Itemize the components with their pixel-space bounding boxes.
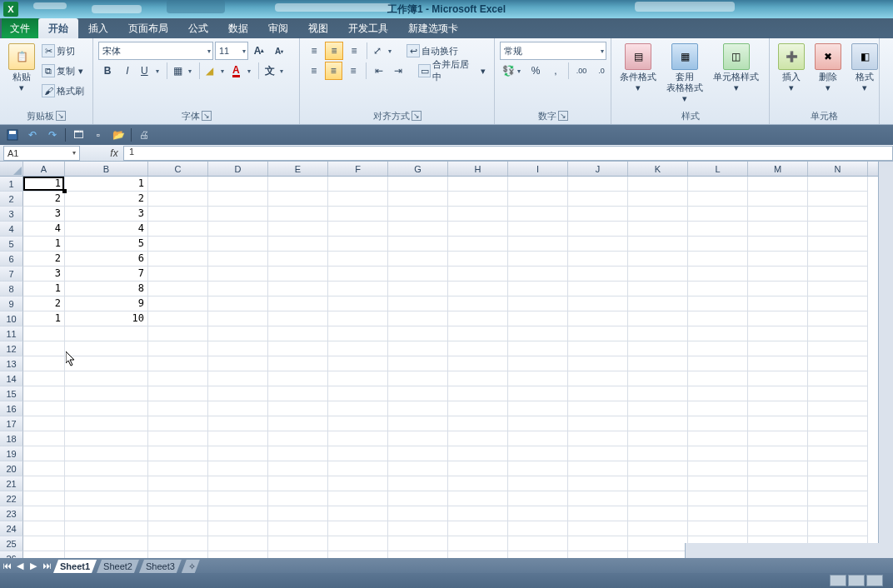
cell-M6[interactable] bbox=[748, 252, 808, 267]
cell-E4[interactable] bbox=[268, 222, 328, 237]
cell-H18[interactable] bbox=[448, 431, 508, 446]
cell-B20[interactable] bbox=[65, 461, 148, 476]
cell-B3[interactable]: 3 bbox=[65, 207, 148, 222]
number-format-combo[interactable]: 常规▾ bbox=[500, 42, 606, 60]
cell-C2[interactable] bbox=[148, 192, 208, 207]
cell-J14[interactable] bbox=[568, 371, 628, 386]
cell-L1[interactable] bbox=[688, 177, 748, 192]
cell-C15[interactable] bbox=[148, 386, 208, 401]
cell-C18[interactable] bbox=[148, 431, 208, 446]
horizontal-scrollbar[interactable] bbox=[685, 543, 893, 558]
merge-center-button[interactable]: ▭合并后居中▾ bbox=[416, 62, 489, 80]
cell-M10[interactable] bbox=[748, 311, 808, 326]
row-header-6[interactable]: 6 bbox=[0, 252, 23, 267]
cell-A18[interactable] bbox=[23, 431, 65, 446]
align-center-button[interactable]: ≡ bbox=[325, 62, 343, 80]
cell-H8[interactable] bbox=[448, 282, 508, 296]
cell-E1[interactable] bbox=[268, 177, 328, 192]
cell-E25[interactable] bbox=[268, 536, 328, 551]
cell-I13[interactable] bbox=[508, 356, 568, 371]
column-header-G[interactable]: G bbox=[388, 162, 448, 176]
cell-J20[interactable] bbox=[568, 461, 628, 476]
cell-C7[interactable] bbox=[148, 267, 208, 282]
cell-I17[interactable] bbox=[508, 416, 568, 431]
cell-C16[interactable] bbox=[148, 401, 208, 416]
align-launcher[interactable]: ↘ bbox=[412, 111, 422, 121]
cell-L21[interactable] bbox=[688, 476, 748, 491]
cell-H17[interactable] bbox=[448, 416, 508, 431]
cell-B19[interactable] bbox=[65, 446, 148, 461]
cell-F17[interactable] bbox=[328, 416, 388, 431]
cell-F9[interactable] bbox=[328, 296, 388, 311]
cell-L12[interactable] bbox=[688, 341, 748, 356]
cell-E22[interactable] bbox=[268, 491, 328, 506]
cell-B12[interactable] bbox=[65, 341, 148, 356]
cell-H7[interactable] bbox=[448, 267, 508, 282]
cell-G19[interactable] bbox=[388, 446, 448, 461]
cell-G4[interactable] bbox=[388, 222, 448, 237]
cell-I12[interactable] bbox=[508, 341, 568, 356]
cell-A7[interactable]: 3 bbox=[23, 267, 65, 282]
cell-C8[interactable] bbox=[148, 282, 208, 296]
cell-C19[interactable] bbox=[148, 446, 208, 461]
cell-G14[interactable] bbox=[388, 371, 448, 386]
cell-F18[interactable] bbox=[328, 431, 388, 446]
cell-C24[interactable] bbox=[148, 521, 208, 536]
cell-A20[interactable] bbox=[23, 461, 65, 476]
cell-N12[interactable] bbox=[808, 341, 868, 356]
cell-A17[interactable] bbox=[23, 416, 65, 431]
cell-K18[interactable] bbox=[628, 431, 688, 446]
cell-G17[interactable] bbox=[388, 416, 448, 431]
cell-J21[interactable] bbox=[568, 476, 628, 491]
cell-B21[interactable] bbox=[65, 476, 148, 491]
cell-B15[interactable] bbox=[65, 386, 148, 401]
cell-G5[interactable] bbox=[388, 237, 448, 252]
cell-L23[interactable] bbox=[688, 506, 748, 521]
cell-D9[interactable] bbox=[208, 296, 268, 311]
cell-D20[interactable] bbox=[208, 461, 268, 476]
cell-N16[interactable] bbox=[808, 401, 868, 416]
cell-M13[interactable] bbox=[748, 356, 808, 371]
cell-C3[interactable] bbox=[148, 207, 208, 222]
column-header-H[interactable]: H bbox=[448, 162, 508, 176]
border-button[interactable]: ▦▾ bbox=[171, 62, 196, 80]
cell-I7[interactable] bbox=[508, 267, 568, 282]
cell-I2[interactable] bbox=[508, 192, 568, 207]
cell-A10[interactable]: 1 bbox=[23, 311, 65, 326]
row-header-3[interactable]: 3 bbox=[0, 207, 23, 222]
cell-L20[interactable] bbox=[688, 461, 748, 476]
cell-I25[interactable] bbox=[508, 536, 568, 551]
cell-D6[interactable] bbox=[208, 252, 268, 267]
cell-J12[interactable] bbox=[568, 341, 628, 356]
cell-H2[interactable] bbox=[448, 192, 508, 207]
cell-I21[interactable] bbox=[508, 476, 568, 491]
cell-B10[interactable]: 10 bbox=[65, 311, 148, 326]
cell-K22[interactable] bbox=[628, 491, 688, 506]
phonetic-button[interactable]: 文▾ bbox=[262, 62, 287, 80]
row-header-23[interactable]: 23 bbox=[0, 506, 23, 521]
cell-G7[interactable] bbox=[388, 267, 448, 282]
cell-I10[interactable] bbox=[508, 311, 568, 326]
align-right-button[interactable]: ≡ bbox=[344, 62, 362, 80]
row-header-2[interactable]: 2 bbox=[0, 192, 23, 207]
cell-K1[interactable] bbox=[628, 177, 688, 192]
bold-button[interactable]: B bbox=[98, 62, 117, 80]
cell-D2[interactable] bbox=[208, 192, 268, 207]
cell-H9[interactable] bbox=[448, 296, 508, 311]
cell-L17[interactable] bbox=[688, 416, 748, 431]
cell-E7[interactable] bbox=[268, 267, 328, 282]
wrap-text-button[interactable]: ↩自动换行 bbox=[404, 42, 461, 60]
cell-N18[interactable] bbox=[808, 431, 868, 446]
fx-icon[interactable]: fx bbox=[105, 147, 123, 159]
column-header-J[interactable]: J bbox=[568, 162, 628, 176]
comma-style-button[interactable]: , bbox=[546, 62, 565, 80]
cell-N19[interactable] bbox=[808, 446, 868, 461]
cell-H25[interactable] bbox=[448, 536, 508, 551]
cell-H10[interactable] bbox=[448, 311, 508, 326]
cell-M20[interactable] bbox=[748, 461, 808, 476]
font-color-button[interactable]: A▾ bbox=[230, 62, 255, 80]
cell-A13[interactable] bbox=[23, 356, 65, 371]
cell-D18[interactable] bbox=[208, 431, 268, 446]
cell-E21[interactable] bbox=[268, 476, 328, 491]
format-cells-button[interactable]: ◧ 格式▾ bbox=[848, 42, 881, 95]
